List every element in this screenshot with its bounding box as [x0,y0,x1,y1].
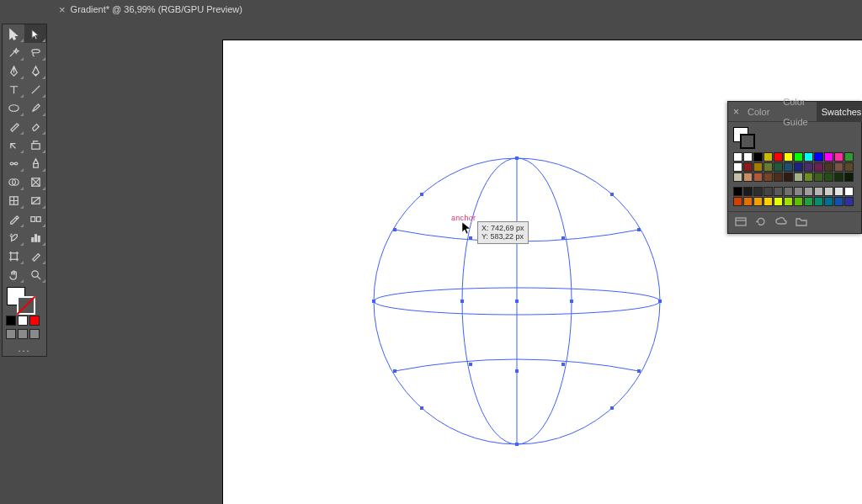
pen-tool[interactable] [3,61,24,80]
swatch[interactable] [834,172,843,182]
artboard-tool[interactable] [3,247,24,265]
perspective-grid-tool[interactable] [24,172,46,191]
selection-tool[interactable] [3,24,24,43]
swatch[interactable] [743,172,753,182]
swatch[interactable] [753,152,763,162]
swatch[interactable] [794,172,803,182]
swatch[interactable] [733,197,742,206]
swatch[interactable] [844,197,854,206]
close-icon[interactable]: × [733,106,739,118]
swatch[interactable] [844,162,854,172]
gradient-tool[interactable] [24,191,46,210]
close-icon[interactable]: × [59,4,66,15]
swatch[interactable] [753,187,763,196]
swatch[interactable] [774,172,783,182]
paintbrush-tool[interactable] [24,98,46,117]
color-mode-gradient[interactable] [18,316,28,326]
free-transform-tool[interactable] [24,154,46,172]
swatch[interactable] [743,162,753,172]
document-tab[interactable]: × Gradient* @ 36,99% (RGB/GPU Preview) [51,0,251,19]
swatch[interactable] [774,162,783,172]
eyedropper-tool[interactable] [3,210,24,228]
swatch[interactable] [764,187,773,196]
library-icon[interactable] [735,216,747,229]
cloud-icon[interactable] [775,216,787,229]
swatch[interactable] [743,152,753,162]
swatch[interactable] [844,172,854,182]
swatch[interactable] [764,172,773,182]
rotate-tool[interactable] [3,135,24,154]
globe-artwork[interactable] [370,154,664,448]
scale-tool[interactable] [24,135,46,154]
fill-stroke-indicator[interactable] [3,285,46,314]
swatch[interactable] [824,187,833,196]
magic-wand-tool[interactable] [3,43,24,61]
shaper-tool[interactable] [3,117,24,135]
width-tool[interactable] [3,154,24,172]
draw-mode-behind[interactable] [18,329,28,339]
type-tool[interactable] [3,80,24,98]
swatch[interactable] [743,197,753,206]
swatch[interactable] [733,152,742,162]
line-segment-tool[interactable] [24,80,46,98]
tab-color-guide[interactable]: Color Guide [778,92,812,132]
swatch[interactable] [733,187,742,196]
eraser-tool[interactable] [24,117,46,135]
swatch[interactable] [824,152,833,162]
swatch[interactable] [804,152,813,162]
zoom-tool[interactable] [24,265,46,284]
swatch[interactable] [764,152,773,162]
swatch[interactable] [804,172,813,182]
swatch[interactable] [784,152,793,162]
swatch[interactable] [753,172,763,182]
swatch[interactable] [834,197,843,206]
color-mode-none[interactable] [29,316,40,326]
draw-mode-normal[interactable] [6,329,16,339]
swatch[interactable] [804,162,813,172]
swatch[interactable] [784,197,793,206]
swatch[interactable] [834,152,843,162]
swatch[interactable] [733,172,742,182]
rectangle-tool[interactable] [3,98,24,117]
swatch[interactable] [753,162,763,172]
swatch[interactable] [794,162,803,172]
shape-builder-tool[interactable] [3,172,24,191]
column-graph-tool[interactable] [24,228,46,247]
swatch[interactable] [834,187,843,196]
swatch[interactable] [844,187,854,196]
swatch[interactable] [764,162,773,172]
swatch[interactable] [804,197,813,206]
swatch[interactable] [774,152,783,162]
swatch[interactable] [733,162,742,172]
swatch[interactable] [774,187,783,196]
hand-tool[interactable] [3,265,24,284]
swatch[interactable] [743,187,753,196]
loop-icon[interactable] [755,216,767,229]
swatch[interactable] [794,152,803,162]
swatch[interactable] [784,172,793,182]
swatch[interactable] [764,197,773,206]
draw-mode-inside[interactable] [29,329,40,339]
slice-tool[interactable] [24,247,46,265]
swatch[interactable] [774,197,783,206]
tab-color[interactable]: Color [742,102,774,122]
swatch[interactable] [814,172,823,182]
swatch[interactable] [804,187,813,196]
mesh-tool[interactable] [3,191,24,210]
swatch[interactable] [814,152,823,162]
swatch[interactable] [814,162,823,172]
swatch[interactable] [794,197,803,206]
swatch[interactable] [814,187,823,196]
swatch[interactable] [814,197,823,206]
more-tools[interactable]: ... [3,341,46,356]
swatch[interactable] [824,172,833,182]
direct-selection-tool[interactable] [24,24,46,43]
folder-icon[interactable] [795,216,807,229]
tab-swatches[interactable]: Swatches [817,102,862,122]
lasso-tool[interactable] [24,43,46,61]
current-fill-stroke[interactable] [733,127,753,147]
blend-tool[interactable] [24,210,46,228]
swatch[interactable] [784,187,793,196]
curvature-tool[interactable] [24,61,46,80]
swatch[interactable] [824,197,833,206]
